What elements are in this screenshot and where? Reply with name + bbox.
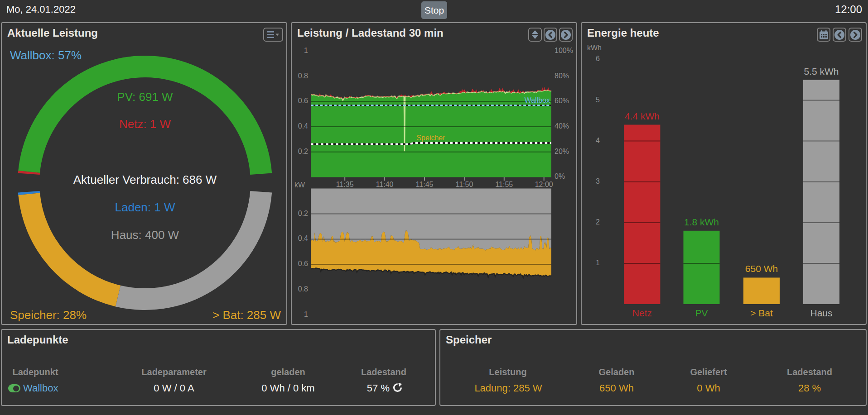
y-axis-label-pct: 100% [555, 47, 573, 55]
bar-haus [803, 80, 839, 304]
header-geladen: geladen [271, 367, 305, 377]
y-axis-label-kw: 0.2 [298, 148, 308, 156]
header-geladen: Geladen [599, 367, 635, 377]
y-axis-label-kw-down: 0.2 [298, 210, 308, 218]
bar-category-label: Netz [632, 308, 652, 319]
speicher-leistung: Ladung: 285 W [474, 382, 542, 394]
header-leistung: Leistung [489, 367, 526, 377]
x-axis-label-time: 11:40 [376, 181, 394, 189]
stop-button[interactable]: Stop [421, 1, 447, 19]
bar-value-label: 4.4 kWh [625, 111, 660, 122]
y-axis-label-kwh: 3 [596, 177, 600, 186]
gauge-verbrauch-label: Aktueller Verbrauch: 686 W [73, 173, 217, 187]
bar-value-label: 5.5 kWh [804, 66, 839, 77]
header-ladepunkt: Ladepunkt [12, 367, 58, 377]
chargepoint-ladeparameter: 0 W / 0 A [154, 382, 194, 394]
gauge-netz-label: Netz: 1 W [119, 117, 171, 131]
y-axis-label-pct: 40% [555, 122, 569, 130]
gauge-laden-label: Laden: 1 W [115, 200, 175, 215]
panel-speicher: Speicher Leistung Geladen Geliefert Lade… [439, 329, 867, 406]
panel-energie-heute: Energie heute kWh 6543214.4 kWhNetz1.8 k… [581, 22, 867, 325]
speicher-line-label: Speicher [416, 134, 445, 142]
y-axis-label-kwh: 2 [596, 218, 600, 226]
x-axis-label-time: 12:00 [535, 181, 553, 189]
speicher-geladen: 650 Wh [599, 382, 634, 394]
refresh-icon[interactable] [393, 383, 402, 392]
y-axis-label-kw: 0.8 [298, 72, 308, 80]
y-axis-label-pct: 80% [555, 72, 569, 80]
bar-pv [684, 231, 720, 304]
speicher-geliefert: 0 Wh [697, 382, 720, 394]
panel-aktuelle-leistung: Aktuelle Leistung Wallbox: 57% PV: 691 W… [1, 22, 287, 325]
y-axis-label-kw-down: 0.6 [298, 260, 308, 268]
toggle-knob [13, 386, 19, 391]
y-axis-label-kw-down: 0.4 [298, 234, 308, 243]
panel-leistung-ladestand: Leistung / Ladestand 30 min 10.80.60.40.… [291, 22, 577, 325]
x-axis-label-time: 11:45 [416, 181, 434, 189]
wallbox-toggle[interactable] [8, 384, 20, 392]
y-axis-label-kwh: 5 [596, 96, 600, 104]
header-ladestand: Ladestand [361, 367, 406, 377]
chargepoint-name[interactable]: Wallbox [23, 382, 58, 394]
power-history-chart [292, 23, 578, 326]
y-axis-label-pct: 0% [555, 172, 565, 181]
clock-text: 12:00 [835, 3, 862, 16]
bar-bat [743, 277, 780, 304]
date-text: Mo, 24.01.2022 [6, 4, 76, 15]
gauge-wallbox-soc-label: Wallbox: 57% [10, 48, 82, 62]
x-axis-label-time: 11:50 [455, 181, 473, 189]
speicher-ladestand: 28 % [798, 382, 821, 394]
chargepoint-geladen: 0 Wh / 0 km [261, 382, 314, 394]
panel-ladepunkte: Ladepunkte Ladepunkt Ladeparameter gelad… [1, 329, 436, 406]
bar-category-label: > Bat [750, 308, 773, 319]
x-axis-label-time: 11:35 [336, 181, 354, 189]
header-geliefert: Geliefert [690, 367, 727, 377]
bar-category-label: PV [695, 308, 708, 319]
y-axis-label-pct: 60% [555, 97, 569, 105]
y-axis-label-kw: 1 [304, 47, 308, 55]
y-axis-label-kwh: 1 [596, 259, 600, 267]
y-axis-label-pct: 20% [555, 148, 569, 156]
bar-netz [624, 125, 660, 304]
y-axis-label-kw-down: 0.8 [298, 285, 308, 293]
gauge-haus-label: Haus: 400 W [111, 228, 179, 242]
gauge-speicher-soc-label: Speicher: 28% [10, 308, 87, 322]
bar-value-label: 1.8 kWh [684, 217, 719, 228]
header-ladeparameter: Ladeparameter [141, 367, 206, 377]
y-axis-label-kwh: 4 [596, 137, 600, 145]
chargepoint-ladestand: 57 % [367, 382, 390, 394]
bar-category-label: Haus [810, 308, 832, 319]
y-axis-label-kwh: 6 [596, 55, 600, 63]
panel-title-speicher: Speicher [446, 334, 492, 346]
y-axis-label-kw-down: 1 [304, 310, 308, 319]
bar-value-label: 650 Wh [745, 263, 778, 274]
y-axis-label-kw: 0.6 [298, 97, 308, 105]
gauge-bat-label: > Bat: 285 W [212, 308, 281, 322]
gauge-arc-bat [18, 193, 121, 306]
gauge-arc-pv [18, 56, 272, 175]
panel-title-ladepunkte: Ladepunkte [7, 334, 68, 346]
header-ladestand: Ladestand [787, 367, 832, 377]
kw-unit-label: kW [294, 181, 305, 189]
wallbox-line-label: Wallbox [525, 96, 550, 105]
gauge-pv-label: PV: 691 W [117, 90, 173, 104]
y-axis-label-kw: 0.4 [298, 122, 308, 130]
x-axis-label-time: 11:55 [495, 181, 513, 189]
